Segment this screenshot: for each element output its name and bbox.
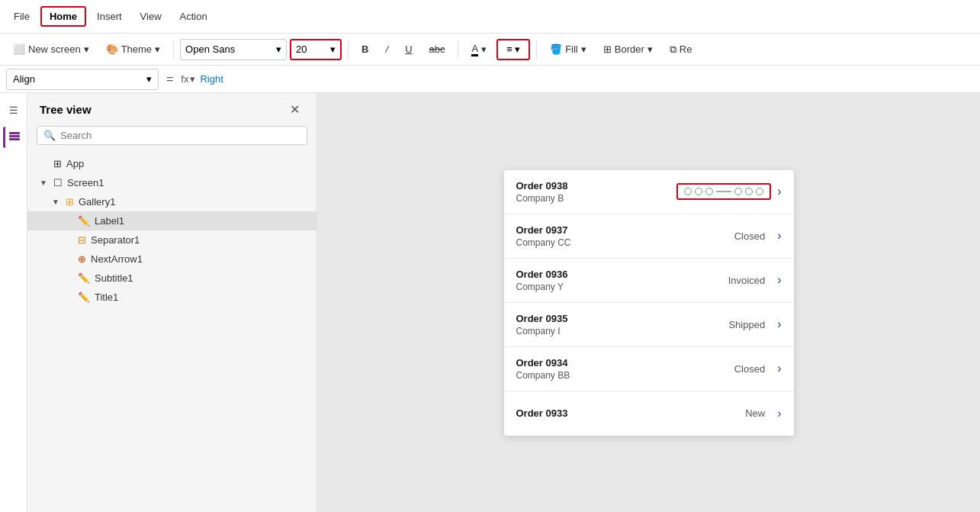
menu-action[interactable]: Action bbox=[172, 8, 215, 25]
dot bbox=[695, 188, 702, 195]
hamburger-menu-button[interactable]: ☰ bbox=[3, 99, 24, 121]
separator bbox=[173, 40, 174, 59]
title-icon: ✏️ bbox=[78, 291, 90, 303]
row-arrow-0937: › bbox=[777, 229, 781, 243]
left-icon-sidebar: ☰ bbox=[0, 93, 27, 512]
fx-button[interactable]: fx ▾ bbox=[181, 73, 195, 85]
equals-sign: = bbox=[163, 72, 176, 86]
tree-item-subtitle1[interactable]: ✏️ Subtitle1 bbox=[27, 269, 316, 288]
row-title-0938: Order 0938 bbox=[516, 180, 677, 192]
row-main-0934: Order 0934 Company BB bbox=[516, 357, 734, 381]
row-status-0937: Closed bbox=[734, 230, 765, 242]
toolbar: ⬜ New screen ▾ 🎨 Theme ▾ Open Sans ▾ 20 … bbox=[0, 34, 980, 66]
menu-view[interactable]: View bbox=[133, 8, 169, 25]
re-icon: ⧉ bbox=[670, 43, 676, 56]
underline-button[interactable]: U bbox=[398, 40, 419, 59]
layers-button[interactable] bbox=[3, 127, 24, 148]
gallery-row-0934[interactable]: Order 0934 Company BB Closed › bbox=[504, 347, 794, 391]
dot-group-left bbox=[684, 188, 713, 195]
row-arrow-0935: › bbox=[777, 317, 781, 331]
chevron-down-icon: ▾ bbox=[190, 73, 195, 85]
menu-insert[interactable]: Insert bbox=[89, 8, 130, 25]
gallery-row-0933[interactable]: Order 0933 New › bbox=[504, 391, 794, 436]
tree-header: Tree view ✕ bbox=[27, 93, 316, 126]
row-subtitle-0935: Company I bbox=[516, 326, 729, 337]
row-main-0933: Order 0933 bbox=[516, 407, 746, 419]
chevron-down-icon: ▾ bbox=[84, 43, 89, 55]
chevron-down-icon: ▾ bbox=[481, 43, 487, 55]
font-family-selector[interactable]: Open Sans ▾ bbox=[180, 39, 287, 60]
row-subtitle-0937: Company CC bbox=[516, 237, 734, 248]
tree-item-nextarrow1[interactable]: ⊕ NextArrow1 bbox=[27, 250, 316, 269]
fill-button[interactable]: 🪣 Fill ▾ bbox=[543, 40, 593, 59]
tree-item-separator1[interactable]: ⊟ Separator1 bbox=[27, 230, 316, 250]
app-preview: Order 0938 Company B bbox=[504, 170, 794, 436]
new-screen-button[interactable]: ⬜ New screen ▾ bbox=[6, 40, 96, 59]
font-size-selector[interactable]: 20 ▾ bbox=[290, 39, 342, 60]
tree-panel: Tree view ✕ 🔍 ⊞ App ▼ ☐ Screen1 ▼ ⊞ bbox=[27, 93, 317, 512]
chevron-down-icon: ▾ bbox=[330, 43, 336, 55]
align-icon: ≡ bbox=[506, 43, 512, 55]
row-arrow-0933: › bbox=[777, 407, 781, 420]
theme-button[interactable]: 🎨 Theme ▾ bbox=[99, 40, 167, 59]
property-selector[interactable]: Align ▾ bbox=[6, 69, 159, 90]
tree-content: ⊞ App ▼ ☐ Screen1 ▼ ⊞ Gallery1 ✏️ Label1 bbox=[27, 151, 316, 512]
tree-item-app[interactable]: ⊞ App bbox=[27, 154, 316, 173]
tree-close-button[interactable]: ✕ bbox=[285, 101, 304, 118]
separator bbox=[348, 40, 349, 59]
separator-icon: ⊟ bbox=[78, 234, 86, 246]
gallery-row-0935[interactable]: Order 0935 Company I Shipped › bbox=[504, 303, 794, 347]
search-input[interactable] bbox=[60, 130, 300, 141]
gallery-row-0938[interactable]: Order 0938 Company B bbox=[504, 170, 794, 214]
menu-home[interactable]: Home bbox=[40, 6, 86, 27]
row-title-0933: Order 0933 bbox=[516, 407, 746, 419]
chevron-down-icon: ▾ bbox=[155, 43, 160, 55]
tree-search-container: 🔍 bbox=[37, 126, 307, 145]
svg-rect-1 bbox=[9, 138, 20, 140]
row-main-0936: Order 0936 Company Y bbox=[516, 269, 728, 292]
row-title-0935: Order 0935 bbox=[516, 313, 729, 324]
gallery-icon: ⊞ bbox=[66, 196, 74, 208]
row-highlight-box bbox=[676, 183, 771, 200]
formula-value[interactable]: Right bbox=[200, 73, 974, 85]
strikethrough-button[interactable]: abc bbox=[423, 40, 452, 59]
row-subtitle-0936: Company Y bbox=[516, 282, 728, 292]
row-subtitle-0938: Company B bbox=[516, 193, 677, 204]
gallery-row-0936[interactable]: Order 0936 Company Y Invoiced › bbox=[504, 259, 794, 303]
re-button[interactable]: ⧉ Re bbox=[663, 40, 699, 60]
row-arrow-0936: › bbox=[777, 273, 781, 287]
chevron-down-icon: ▾ bbox=[581, 43, 586, 55]
dot bbox=[756, 188, 763, 195]
bold-button[interactable]: B bbox=[355, 40, 375, 59]
chevron-down-icon: ▾ bbox=[146, 73, 152, 85]
border-button[interactable]: ⊞ Border ▾ bbox=[596, 40, 660, 59]
row-title-0936: Order 0936 bbox=[516, 269, 728, 280]
dot bbox=[734, 188, 742, 195]
separator bbox=[458, 40, 458, 59]
row-status-0935: Shipped bbox=[728, 319, 765, 330]
tree-item-title1[interactable]: ✏️ Title1 bbox=[27, 288, 316, 307]
app-icon: ⊞ bbox=[53, 158, 62, 169]
theme-icon: 🎨 bbox=[106, 43, 118, 55]
fill-icon: 🪣 bbox=[550, 43, 562, 55]
row-subtitle-0934: Company BB bbox=[516, 370, 734, 381]
gallery-row-0937[interactable]: Order 0937 Company CC Closed › bbox=[504, 214, 794, 259]
border-icon: ⊞ bbox=[603, 43, 612, 55]
tree-item-label1[interactable]: ✏️ Label1 bbox=[27, 211, 316, 230]
row-title-0937: Order 0937 bbox=[516, 224, 734, 236]
row-status-0933: New bbox=[745, 407, 765, 419]
dot-group-right bbox=[734, 188, 763, 195]
font-color-button[interactable]: A ▾ bbox=[464, 39, 493, 60]
screen-icon: ⬜ bbox=[13, 43, 25, 55]
tree-item-screen1[interactable]: ▼ ☐ Screen1 bbox=[27, 173, 316, 192]
dot bbox=[745, 188, 753, 195]
tree-item-gallery1[interactable]: ▼ ⊞ Gallery1 bbox=[27, 192, 316, 211]
canvas-area: Order 0938 Company B bbox=[317, 93, 980, 512]
menu-file[interactable]: File bbox=[6, 8, 37, 25]
nextarrow-icon: ⊕ bbox=[78, 253, 86, 265]
align-selector[interactable]: ≡ ▾ bbox=[496, 39, 530, 60]
row-main-0938: Order 0938 Company B bbox=[516, 180, 677, 204]
row-main-0937: Order 0937 Company CC bbox=[516, 224, 734, 248]
italic-button[interactable]: / bbox=[379, 40, 396, 59]
chevron-down-icon: ▾ bbox=[515, 43, 520, 55]
